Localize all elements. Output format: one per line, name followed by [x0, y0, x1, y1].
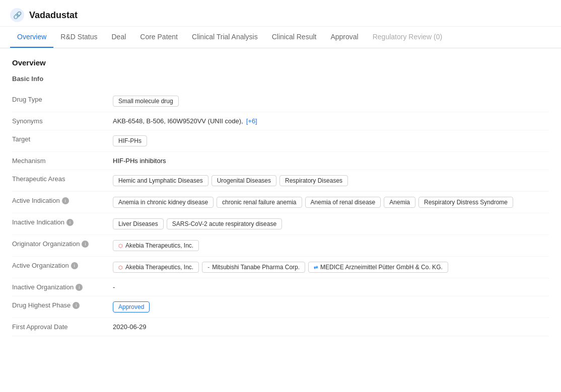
overview-title: Overview: [12, 58, 549, 67]
active-org-icon-3: ⇄: [314, 265, 318, 270]
active-indication-tag-5: Respiratory Distress Syndrome: [418, 197, 513, 208]
tab-approval[interactable]: Approval: [323, 27, 365, 48]
header: 🔗 Vadadustat: [0, 0, 561, 27]
active-org-row: Active Organization i ⬡ Akebia Therapeut…: [12, 257, 549, 278]
synonyms-value: AKB-6548, B-506, I60W9520VV (UNII code),…: [113, 117, 549, 125]
tab-overview[interactable]: Overview: [10, 27, 53, 48]
target-row: Target HIF-PHs: [12, 130, 549, 152]
originator-org-icon: ⬡: [118, 243, 123, 249]
active-org-tag-3: ⇄ MEDICE Arzneimittel Pütter GmbH & Co. …: [308, 262, 448, 273]
inactive-org-text: -: [113, 283, 115, 291]
tab-deal[interactable]: Deal: [105, 27, 133, 48]
synonyms-row: Synonyms AKB-6548, B-506, I60W9520VV (UN…: [12, 112, 549, 130]
active-org-info-icon[interactable]: i: [71, 262, 78, 269]
tab-regulatory-review: Regulatory Review (0): [366, 27, 450, 48]
target-value: HIF-PHs: [113, 135, 549, 146]
drug-highest-phase-tag: Approved: [113, 301, 150, 312]
originator-org-tag-1: ⬡ Akebia Therapeutics, Inc.: [113, 240, 199, 251]
drug-type-value: Small molecule drug: [113, 96, 549, 107]
mechanism-label: Mechanism: [12, 157, 113, 165]
active-org-icon-1: ⬡: [118, 265, 123, 270]
synonyms-text: AKB-6548, B-506, I60W9520VV (UNII code),: [113, 117, 243, 125]
basic-info-title: Basic Info: [12, 75, 549, 83]
drug-highest-phase-row: Drug Highest Phase i Approved: [12, 296, 549, 318]
active-org-icon-2: -: [207, 264, 209, 271]
tab-navigation: Overview R&D Status Deal Core Patent Cli…: [0, 27, 561, 48]
target-tag: HIF-PHs: [113, 135, 147, 146]
therapeutic-area-tag-2: Urogenital Diseases: [212, 175, 276, 186]
active-org-tag-1: ⬡ Akebia Therapeutics, Inc.: [113, 262, 199, 273]
inactive-org-label: Inactive Organization i: [12, 283, 113, 291]
inactive-indication-value: Liver Diseases SARS-CoV-2 acute respirat…: [113, 218, 549, 229]
inactive-org-value: -: [113, 283, 549, 291]
first-approval-date-row: First Approval Date 2020-06-29: [12, 318, 549, 336]
drug-icon: 🔗: [10, 8, 24, 22]
inactive-indication-tag-2: SARS-CoV-2 acute respiratory disease: [167, 218, 282, 229]
drug-type-label: Drug Type: [12, 96, 113, 103]
tab-clinical-result[interactable]: Clinical Result: [265, 27, 324, 48]
originator-org-info-icon[interactable]: i: [82, 241, 89, 248]
therapeutic-area-tag-3: Respiratory Diseases: [279, 175, 348, 186]
tab-rnd-status[interactable]: R&D Status: [53, 27, 104, 48]
target-label: Target: [12, 135, 113, 143]
first-approval-date-label: First Approval Date: [12, 323, 113, 331]
active-indication-tag-4: Anemia: [384, 197, 415, 208]
inactive-indication-row: Inactive Indication i Liver Diseases SAR…: [12, 213, 549, 235]
drug-highest-phase-label: Drug Highest Phase i: [12, 301, 113, 309]
inactive-org-row: Inactive Organization i -: [12, 278, 549, 296]
active-indication-tag-1: Anemia in chronic kidney disease: [113, 197, 214, 208]
active-indication-info-icon[interactable]: i: [62, 197, 69, 204]
therapeutic-areas-row: Therapeutic Areas Hemic and Lymphatic Di…: [12, 170, 549, 192]
active-org-tag-2: - Mitsubishi Tanabe Pharma Corp.: [202, 262, 305, 273]
drug-type-tag: Small molecule drug: [113, 96, 179, 107]
first-approval-date-text: 2020-06-29: [113, 323, 147, 331]
tab-clinical-trial-analysis[interactable]: Clinical Trial Analysis: [185, 27, 265, 48]
synonyms-more-link[interactable]: [+6]: [246, 117, 257, 125]
active-org-label: Active Organization i: [12, 262, 113, 269]
inactive-indication-info-icon[interactable]: i: [66, 219, 74, 226]
active-org-value: ⬡ Akebia Therapeutics, Inc. - Mitsubishi…: [113, 262, 549, 273]
originator-org-value: ⬡ Akebia Therapeutics, Inc.: [113, 240, 549, 251]
inactive-org-info-icon[interactable]: i: [76, 284, 83, 291]
synonyms-label: Synonyms: [12, 117, 113, 125]
mechanism-value: HIF-PHs inhibitors: [113, 157, 549, 165]
first-approval-date-value: 2020-06-29: [113, 323, 549, 331]
drug-type-row: Drug Type Small molecule drug: [12, 91, 549, 112]
originator-org-label: Originator Organization i: [12, 240, 113, 248]
tab-core-patent[interactable]: Core Patent: [133, 27, 185, 48]
active-indication-label: Active Indication i: [12, 197, 113, 204]
mechanism-row: Mechanism HIF-PHs inhibitors: [12, 152, 549, 170]
mechanism-text: HIF-PHs inhibitors: [113, 157, 166, 165]
inactive-indication-tag-1: Liver Diseases: [113, 218, 164, 229]
therapeutic-area-tag-1: Hemic and Lymphatic Diseases: [113, 175, 208, 186]
drug-highest-phase-value: Approved: [113, 301, 549, 312]
inactive-indication-label: Inactive Indication i: [12, 218, 113, 226]
drug-highest-phase-info-icon[interactable]: i: [73, 302, 80, 309]
therapeutic-areas-value: Hemic and Lymphatic Diseases Urogenital …: [113, 175, 549, 186]
active-indication-tag-2: chronic renal failure anemia: [217, 197, 302, 208]
active-indication-tag-3: Anemia of renal disease: [305, 197, 381, 208]
active-indication-value: Anemia in chronic kidney disease chronic…: [113, 197, 549, 208]
originator-org-row: Originator Organization i ⬡ Akebia Thera…: [12, 235, 549, 257]
page-title: Vadadustat: [29, 10, 78, 21]
active-indication-row: Active Indication i Anemia in chronic ki…: [12, 192, 549, 213]
main-content: Overview Basic Info Drug Type Small mole…: [0, 48, 561, 346]
therapeutic-areas-label: Therapeutic Areas: [12, 175, 113, 183]
